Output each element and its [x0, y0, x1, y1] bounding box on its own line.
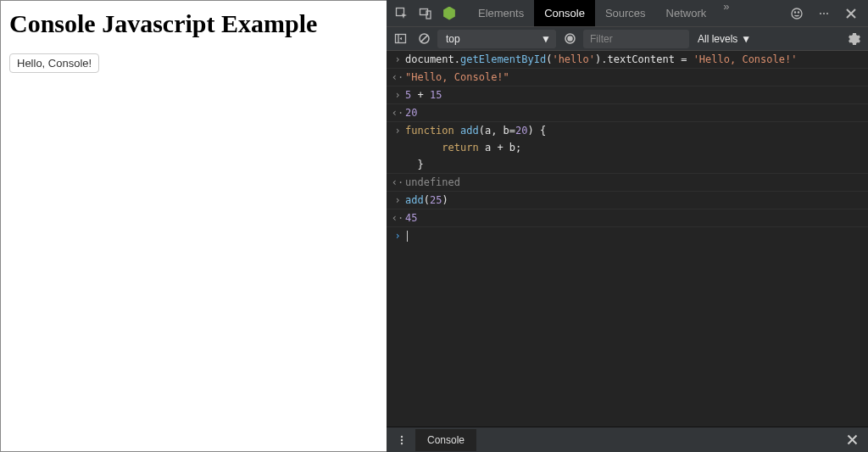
- input-marker-icon: ›: [390, 86, 405, 103]
- svg-point-8: [826, 13, 828, 14]
- console-input-row: › document.getElementById('hello').textC…: [387, 51, 868, 69]
- live-expression-icon[interactable]: [559, 29, 580, 49]
- svg-point-3: [792, 8, 802, 19]
- drawer-menu-icon[interactable]: [392, 430, 412, 450]
- svg-point-5: [798, 11, 798, 12]
- more-options-icon[interactable]: [812, 2, 836, 25]
- node-icon[interactable]: [442, 7, 456, 20]
- svg-point-15: [401, 442, 403, 444]
- console-output-row: ‹· undefined: [387, 174, 868, 192]
- svg-point-13: [401, 435, 403, 437]
- svg-point-7: [823, 13, 825, 14]
- output-marker-icon: ‹·: [390, 174, 405, 191]
- console-code: add(25): [405, 192, 865, 209]
- output-marker-icon: ‹·: [390, 104, 405, 121]
- top-bar-right: [783, 2, 865, 25]
- context-selector-value: top: [446, 33, 460, 45]
- console-code: 5 + 15: [405, 86, 865, 103]
- tab-sources[interactable]: Sources: [595, 0, 656, 26]
- text-cursor: [407, 231, 408, 242]
- more-tabs-button[interactable]: »: [716, 0, 736, 26]
- input-marker-icon: ›: [390, 51, 405, 68]
- console-body[interactable]: › document.getElementById('hello').textC…: [387, 51, 868, 427]
- console-code: 45: [405, 209, 865, 226]
- filter-input[interactable]: [583, 30, 689, 48]
- console-code: undefined: [405, 174, 865, 191]
- svg-point-14: [401, 438, 403, 440]
- console-code: function add(a, b=20) { return a + b; }: [405, 122, 865, 173]
- console-output-row: ‹· 20: [387, 104, 868, 122]
- log-levels-selector[interactable]: All levels ▼: [693, 33, 756, 45]
- page-title: Console Javascript Example: [9, 9, 378, 38]
- console-input-row: › 5 + 15: [387, 86, 868, 104]
- feedback-icon[interactable]: [785, 2, 809, 25]
- hello-element: Hello, Console!: [9, 53, 99, 73]
- chevron-down-icon: ▼: [541, 33, 551, 45]
- drawer-tab-console[interactable]: Console: [415, 429, 476, 451]
- console-output-row: ‹· "Hello, Console!": [387, 69, 868, 86]
- console-input-row: › add(25): [387, 192, 868, 209]
- close-devtools-icon[interactable]: [839, 2, 863, 25]
- input-marker-icon: ›: [390, 122, 405, 173]
- log-levels-label: All levels: [698, 33, 737, 45]
- inspect-icon[interactable]: [390, 2, 414, 25]
- devtools-top-bar: Elements Console Sources Network »: [387, 0, 868, 27]
- tab-network[interactable]: Network: [656, 0, 717, 26]
- tab-console[interactable]: Console: [534, 0, 595, 26]
- devtools-drawer: Console: [387, 427, 868, 452]
- console-code: "Hello, Console!": [405, 69, 865, 86]
- devtools-panel: Elements Console Sources Network »: [387, 0, 868, 452]
- device-toolbar-icon[interactable]: [414, 2, 437, 25]
- output-marker-icon: ‹·: [390, 69, 405, 86]
- console-code: document.getElementById('hello').textCon…: [405, 51, 865, 68]
- close-drawer-icon[interactable]: [842, 431, 863, 449]
- clear-console-icon[interactable]: [414, 29, 434, 49]
- input-marker-icon: ›: [390, 192, 405, 209]
- output-marker-icon: ‹·: [390, 209, 405, 226]
- prompt-marker-icon: ›: [390, 227, 405, 244]
- console-code: 20: [405, 104, 865, 121]
- console-prompt-input[interactable]: [405, 227, 865, 244]
- context-selector[interactable]: top ▼: [437, 30, 556, 48]
- console-output-row: ‹· 45: [387, 209, 868, 227]
- toggle-sidebar-icon[interactable]: [390, 29, 410, 49]
- svg-point-12: [568, 36, 572, 41]
- chevron-down-icon: ▼: [741, 33, 751, 45]
- devtools-tabs: Elements Console Sources Network »: [468, 0, 783, 26]
- webpage-viewport: Console Javascript Example Hello, Consol…: [0, 0, 387, 452]
- console-toolbar: top ▼ All levels ▼: [387, 27, 868, 51]
- svg-point-6: [820, 13, 821, 14]
- svg-point-4: [794, 11, 795, 12]
- console-input-row: › function add(a, b=20) { return a + b; …: [387, 122, 868, 174]
- console-prompt-row[interactable]: ›: [387, 227, 868, 244]
- tab-elements[interactable]: Elements: [468, 0, 534, 26]
- settings-icon[interactable]: [844, 29, 865, 49]
